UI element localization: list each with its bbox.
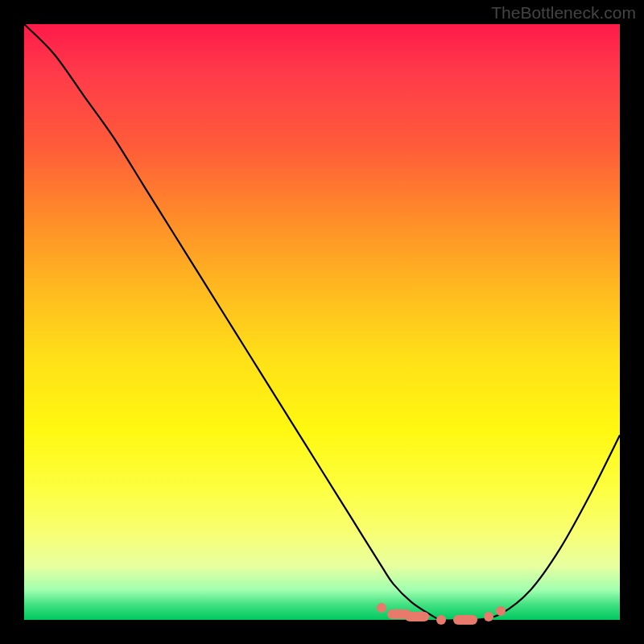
marker-dot: [405, 612, 429, 621]
chart-plot-area: [24, 24, 620, 620]
watermark-text: TheBottleneck.com: [491, 3, 636, 23]
marker-dot: [453, 615, 477, 625]
marker-dot: [484, 612, 493, 621]
marker-dot: [496, 606, 506, 616]
marker-dot: [436, 615, 446, 625]
marker-dots-layer: [24, 24, 620, 620]
marker-dot: [377, 603, 386, 613]
